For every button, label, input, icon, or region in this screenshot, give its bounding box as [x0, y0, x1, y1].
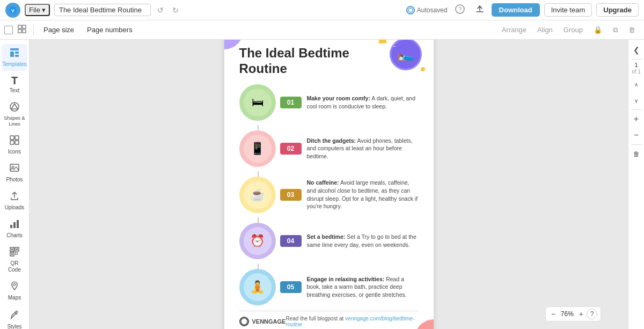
svg-line-14: [11, 104, 14, 109]
svg-rect-30: [16, 248, 18, 250]
maps-label: Maps: [8, 295, 21, 301]
charts-label: Charts: [6, 232, 22, 239]
svg-rect-35: [17, 254, 18, 255]
photos-icon: [9, 163, 20, 175]
sidebar-item-maps[interactable]: Maps: [2, 277, 27, 304]
delete-panel-button[interactable]: 🗑: [630, 147, 643, 161]
footer-text-label: Read the full blogpost at: [286, 316, 343, 321]
autosaved-icon: [406, 6, 415, 14]
svg-point-2: [408, 8, 413, 12]
header-circle-icon: 🛌 z: [390, 40, 422, 70]
step-row-3: ☕03No caffeine: Avoid large meals, caffe…: [239, 177, 419, 213]
zoom-panel-out[interactable]: −: [630, 128, 643, 142]
svg-rect-7: [18, 30, 21, 33]
text-icon: T: [11, 75, 18, 86]
page-total: of 1: [632, 69, 641, 75]
svg-rect-18: [15, 136, 19, 140]
zoom-panel-in[interactable]: +: [630, 112, 643, 126]
step-row-1: 🛏01Make your room comfy: A dark, quiet, …: [239, 84, 419, 121]
step-row-2: 📱02Ditch the gadgets: Avoid phones, tabl…: [239, 130, 419, 167]
file-menu-button[interactable]: File ▾: [25, 4, 50, 16]
templates-label: Templates: [2, 61, 27, 68]
page-current: 1 of 1: [632, 62, 641, 75]
zoom-level: 76%: [559, 310, 576, 318]
align-button[interactable]: Align: [533, 24, 557, 36]
svg-point-36: [13, 283, 16, 286]
shapes-icon: [9, 101, 20, 114]
qrcode-label: QR Code: [4, 260, 25, 273]
footer-logo: VENNGAGE: [239, 317, 286, 326]
delete-button[interactable]: 🗑: [624, 24, 640, 36]
sidebar-item-shapes[interactable]: Shapes &Lines: [2, 98, 27, 130]
undo-button[interactable]: ↺: [155, 5, 166, 16]
page-down-button[interactable]: ∨: [630, 93, 643, 107]
sidebar-item-styles[interactable]: Styles: [2, 306, 27, 329]
text-label: Text: [10, 87, 19, 94]
svg-rect-19: [10, 141, 14, 144]
svg-rect-5: [18, 25, 21, 28]
panel-divider2: [631, 109, 642, 110]
sidebar-item-photos[interactable]: Photos: [2, 159, 27, 186]
zoom-help-button[interactable]: ?: [587, 309, 597, 319]
zoom-in-button[interactable]: +: [577, 309, 586, 319]
svg-rect-17: [10, 136, 14, 140]
shapes-label: Shapes &Lines: [4, 115, 25, 127]
svg-rect-6: [23, 25, 26, 28]
page-size-button[interactable]: Page size: [38, 24, 79, 36]
footer-logo-icon: [239, 317, 249, 326]
sidebar-item-charts[interactable]: Charts: [2, 215, 27, 242]
export-button[interactable]: [472, 3, 487, 18]
panel-chevron-left[interactable]: ❮: [630, 43, 643, 57]
footer-text: Read the full blogpost at venngage.com/b…: [286, 316, 418, 327]
select-all-checkbox[interactable]: [4, 26, 13, 34]
canvas-area[interactable]: 🛌 z The Ideal Bedtime Routine 🛏01Make yo…: [30, 40, 628, 329]
svg-rect-10: [10, 52, 14, 57]
svg-rect-12: [15, 55, 19, 57]
autosaved-status: Autosaved: [406, 6, 448, 14]
download-button[interactable]: Download: [492, 3, 540, 17]
redo-button[interactable]: ↻: [170, 5, 181, 16]
sidebar-item-templates[interactable]: Templates: [2, 44, 27, 71]
autosaved-label: Autosaved: [417, 6, 448, 14]
duplicate-button[interactable]: ⧉: [609, 24, 622, 36]
panel-divider3: [631, 144, 642, 145]
document-title-input[interactable]: [54, 4, 151, 16]
step-row-5: 🧘05Engage in relaxing activities: Read a…: [239, 269, 419, 305]
page-number: 1: [632, 62, 641, 69]
lock-button[interactable]: 🔒: [589, 24, 606, 36]
svg-rect-23: [10, 225, 12, 228]
footer-logo-text: VENNGAGE: [252, 318, 286, 325]
svg-rect-32: [15, 252, 16, 253]
arrange-button[interactable]: Arrange: [497, 24, 531, 36]
templates-icon: [9, 47, 20, 60]
page-up-button[interactable]: ∧: [630, 77, 643, 91]
invite-team-button[interactable]: Invite team: [544, 3, 592, 17]
styles-icon: [9, 310, 20, 322]
grid-toggle-button[interactable]: [15, 23, 29, 36]
steps-container: 🛏01Make your room comfy: A dark, quiet, …: [239, 84, 419, 305]
share-button[interactable]: ?: [452, 2, 468, 18]
sidebar-item-text[interactable]: T Text: [2, 72, 27, 97]
step-row-4: ⏰04Set a bedtime: Set a Try to go to bed…: [239, 223, 419, 259]
svg-line-15: [14, 104, 18, 109]
right-panel: ❮ 1 of 1 ∧ ∨ + − 🗑: [628, 40, 644, 329]
sidebar-item-uploads[interactable]: Uploads: [2, 187, 27, 214]
svg-rect-9: [10, 48, 19, 50]
zoom-out-button[interactable]: −: [549, 309, 558, 319]
charts-icon: [9, 218, 20, 231]
page-numbers-button[interactable]: Page numbers: [82, 24, 138, 36]
zoom-bar: − 76% + ?: [545, 306, 601, 321]
deco-dot-yellow2: [421, 67, 425, 71]
icons-label: Icons: [8, 149, 21, 155]
svg-point-38: [241, 318, 247, 325]
upgrade-button[interactable]: Upgrade: [596, 3, 639, 17]
sidebar-item-icons[interactable]: Icons: [2, 131, 27, 158]
sidebar-item-qrcode[interactable]: QR Code: [2, 243, 27, 276]
infographic-footer: VENNGAGE Read the full blogpost at venng…: [239, 311, 419, 327]
group-button[interactable]: Group: [559, 24, 587, 36]
app-logo: V: [5, 3, 20, 18]
panel-divider: [631, 59, 642, 60]
svg-rect-11: [15, 52, 19, 54]
svg-rect-24: [13, 222, 16, 228]
main-area: Templates T Text Shapes &Lines Icons Pho…: [0, 40, 644, 329]
